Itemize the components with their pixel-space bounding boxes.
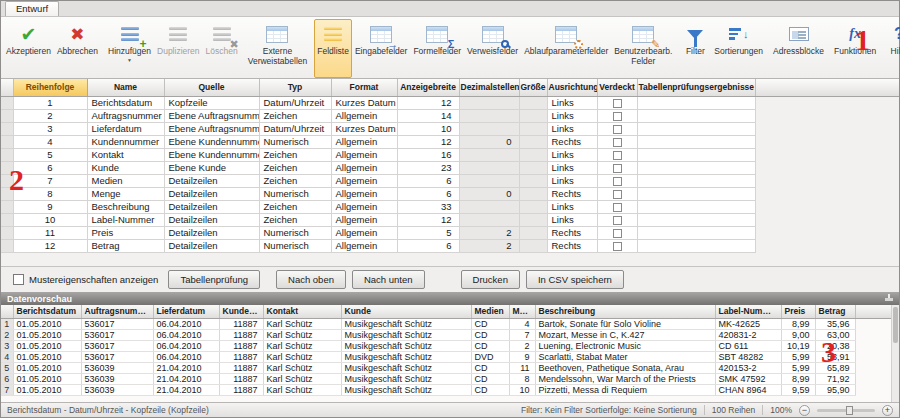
address-blocks-button[interactable]: Adressblöcke bbox=[770, 19, 827, 78]
field-row[interactable]: 12BetragDetailzeilenNumerischAllgemein62… bbox=[1, 239, 899, 252]
preview-column-header[interactable]: Lieferdatum bbox=[153, 305, 219, 318]
tab-entwurf[interactable]: Entwurf bbox=[5, 1, 59, 16]
verdeckt-checkbox[interactable] bbox=[613, 151, 622, 160]
pin-icon[interactable] bbox=[884, 294, 893, 303]
cell-decimals bbox=[459, 200, 519, 213]
cancel-button[interactable]: ✖ Abbrechen bbox=[54, 19, 101, 78]
zoom-slider[interactable] bbox=[817, 409, 875, 412]
field-list-button[interactable]: Feldliste bbox=[314, 19, 352, 78]
reference-fields-button[interactable]: Verweisfelder bbox=[464, 19, 521, 78]
preview-row[interactable]: 501.05.201053603921.04.201011887Karl Sch… bbox=[1, 362, 893, 373]
preview-column-header[interactable]: Kunde bbox=[341, 305, 471, 318]
preview-row[interactable]: 201.05.201053601706.04.201011887Karl Sch… bbox=[1, 329, 893, 340]
cell-num: 3 bbox=[1, 340, 13, 351]
help-button[interactable]: ? Hilfe bbox=[883, 19, 900, 78]
field-row[interactable]: 10Label-NummerDetailzeilenZeichenAllgeme… bbox=[1, 213, 899, 226]
cell-beschr: Luening, Electronic Music bbox=[535, 340, 715, 351]
preview-column-header[interactable]: Betrag bbox=[815, 305, 855, 318]
cell-medien: CD bbox=[471, 362, 509, 373]
verdeckt-checkbox[interactable] bbox=[613, 138, 622, 147]
column-header-name[interactable]: Name bbox=[87, 79, 164, 96]
verdeckt-checkbox[interactable] bbox=[613, 164, 622, 173]
field-row[interactable]: 1BerichtsdatumKopfzeileDatum/UhrzeitKurz… bbox=[1, 96, 899, 109]
preview-row[interactable]: 401.05.201053601706.04.201011887Karl Sch… bbox=[1, 351, 893, 362]
preview-column-header[interactable]: Kundennummer bbox=[219, 305, 263, 318]
verdeckt-checkbox[interactable] bbox=[613, 203, 622, 212]
verdeckt-checkbox[interactable] bbox=[613, 190, 622, 199]
scrollbar-thumb[interactable] bbox=[893, 307, 898, 343]
verdeckt-checkbox[interactable] bbox=[613, 112, 622, 121]
move-up-button[interactable]: Nach oben bbox=[276, 270, 346, 289]
save-csv-button[interactable]: In CSV speichern bbox=[526, 270, 624, 289]
preview-column-header[interactable]: Beschreibung bbox=[535, 305, 715, 318]
cell-order: 11 bbox=[13, 226, 87, 239]
field-row[interactable]: 8MengeDetailzeilenNumerischAllgemein60Re… bbox=[1, 187, 899, 200]
column-header-typ[interactable]: Typ bbox=[259, 79, 331, 96]
show-sample-properties[interactable]: Mustereigenschaften anzeigen bbox=[13, 274, 158, 285]
zoom-slider-thumb[interactable] bbox=[846, 406, 853, 415]
address-card-icon bbox=[789, 27, 809, 41]
preview-column-header[interactable]: Berichtsdatum bbox=[13, 305, 81, 318]
field-row[interactable]: 11PreisDetailzeilenNumerischAllgemein52R… bbox=[1, 226, 899, 239]
cell-check bbox=[597, 161, 637, 174]
preview-column-header[interactable]: Kontakt bbox=[263, 305, 341, 318]
print-button[interactable]: Drucken bbox=[461, 270, 520, 289]
checkbox-icon[interactable] bbox=[13, 274, 24, 285]
column-header-groesse[interactable]: Größe bbox=[519, 79, 547, 96]
select-all-corner[interactable] bbox=[1, 79, 13, 96]
preview-row[interactable]: 601.05.201053603921.04.201011887Karl Sch… bbox=[1, 373, 893, 384]
formula-fields-button[interactable]: Σ Formelfelder bbox=[410, 19, 464, 78]
field-row[interactable]: 4KundennummerEbene KundennummerNumerisch… bbox=[1, 135, 899, 148]
field-row[interactable]: 3LieferdatumEbene AuftragsnummerDatum/Uh… bbox=[1, 122, 899, 135]
column-header-reihenfolge[interactable]: Reihenfolge bbox=[13, 79, 87, 96]
preview-column-header[interactable]: Menge bbox=[509, 305, 535, 318]
filter-button[interactable]: Filter bbox=[679, 19, 711, 78]
cell-anr: 536017 bbox=[81, 318, 153, 329]
cell-name: Label-Nummer bbox=[87, 213, 164, 226]
input-fields-button[interactable]: → Eingabefelder bbox=[352, 19, 410, 78]
cell-source: Detailzeilen bbox=[164, 226, 259, 239]
verdeckt-checkbox[interactable] bbox=[613, 125, 622, 134]
column-header-verdeckt[interactable]: Verdeckt bbox=[597, 79, 637, 96]
add-button[interactable]: + Hinzufügen ▼ bbox=[105, 19, 154, 78]
external-reference-tables-button[interactable]: Externe Verweistabellen bbox=[245, 19, 311, 78]
preview-column-header[interactable]: Label-Nummer bbox=[715, 305, 781, 318]
cell-size bbox=[519, 213, 547, 226]
run-parameter-fields-button[interactable]: Ablaufparameterfelder bbox=[521, 19, 611, 78]
preview-column-header[interactable]: Preis bbox=[781, 305, 815, 318]
verdeckt-checkbox[interactable] bbox=[613, 229, 622, 238]
verdeckt-checkbox[interactable] bbox=[613, 99, 622, 108]
preview-row[interactable]: 101.05.201053601706.04.201011887Karl Sch… bbox=[1, 318, 893, 329]
cell-sel bbox=[1, 213, 13, 226]
field-row[interactable]: 2AuftragsnummerEbene AuftragsnummerZeich… bbox=[1, 109, 899, 122]
column-header-ausrichtung[interactable]: Ausrichtung bbox=[547, 79, 597, 96]
preview-row[interactable]: 301.05.201053601706.04.201011887Karl Sch… bbox=[1, 340, 893, 351]
sortings-button[interactable]: ↓ Sortierungen bbox=[711, 19, 766, 78]
verdeckt-checkbox[interactable] bbox=[613, 242, 622, 251]
accept-button[interactable]: ✔ Akzeptieren bbox=[3, 19, 54, 78]
preview-column-header[interactable]: Medien bbox=[471, 305, 509, 318]
user-editable-fields-button[interactable]: ✎ Benutzerbearb. Felder bbox=[611, 19, 675, 78]
zoom-out-button[interactable]: − bbox=[799, 405, 810, 416]
cell-decimals: 2 bbox=[459, 226, 519, 239]
cell-type: Zeichen bbox=[259, 148, 331, 161]
column-header-format[interactable]: Format bbox=[331, 79, 397, 96]
field-row[interactable]: 9BeschreibungDetailzeilenZeichenAllgemei… bbox=[1, 200, 899, 213]
verdeckt-checkbox[interactable] bbox=[613, 216, 622, 225]
cell-type: Zeichen bbox=[259, 161, 331, 174]
move-down-button[interactable]: Nach unten bbox=[352, 270, 425, 289]
verdeckt-checkbox[interactable] bbox=[613, 177, 622, 186]
field-row[interactable]: 6KundeEbene KundeZeichenAllgemein23Links bbox=[1, 161, 899, 174]
column-header-dezimalstellen[interactable]: Dezimalstellen bbox=[459, 79, 519, 96]
zoom-in-button[interactable]: + bbox=[882, 405, 893, 416]
cell-result bbox=[637, 174, 755, 187]
preview-scrollbar[interactable] bbox=[891, 305, 899, 404]
preview-column-header[interactable]: Auftragsnummer bbox=[81, 305, 153, 318]
preview-row[interactable]: 701.05.201053603921.04.201011887Karl Sch… bbox=[1, 384, 893, 395]
column-header-tabellenpruefungsergebnisse[interactable]: Tabellenprüfungsergebnisse bbox=[637, 79, 755, 96]
field-row[interactable]: 5KontaktEbene KundennummerZeichenAllgeme… bbox=[1, 148, 899, 161]
field-row[interactable]: 7MedienDetailzeilenZeichenAllgemein6Link… bbox=[1, 174, 899, 187]
column-header-quelle[interactable]: Quelle bbox=[164, 79, 259, 96]
table-check-button[interactable]: Tabellenprüfung bbox=[168, 270, 260, 289]
column-header-anzeigebreite[interactable]: Anzeigebreite bbox=[397, 79, 459, 96]
